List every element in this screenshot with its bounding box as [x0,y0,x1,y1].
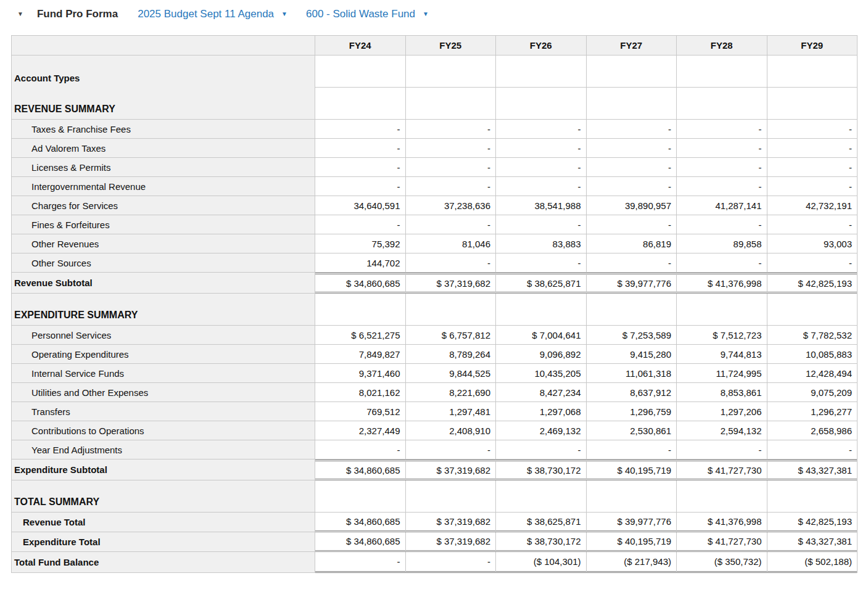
value-cell-fy28: 11,724,995 [677,364,767,383]
row-label: Contributions to Operations [12,421,315,440]
value-cell-fy29: 2,658,986 [767,421,858,440]
value-cell-fy24: 144,702 [315,253,406,273]
row-label: Operating Expenditures [12,345,315,364]
budget-dropdown[interactable]: 2025 Budget Sept 11 Agenda ▼ [138,8,287,20]
value-cell-fy25: - [406,139,497,158]
value-cell-fy26: $ 38,730,172 [496,532,587,552]
value-cell-fy24: 34,640,591 [315,196,406,215]
table-row: Contributions to Operations2,327,4492,40… [12,421,857,440]
value-cell-fy29: - [767,215,858,234]
value-cell-fy27: 11,061,318 [587,364,677,383]
empty-cell [587,480,677,513]
row-label: Ad Valorem Taxes [12,139,315,158]
table-row: Revenue Subtotal$ 34,860,685$ 37,319,682… [12,273,857,294]
value-cell-fy29: 93,003 [767,234,858,253]
chevron-down-icon: ▼ [281,11,287,17]
value-cell-fy24: 2,327,449 [315,421,406,440]
value-cell-fy26: - [496,139,587,158]
table-header-row: FY24FY25FY26FY27FY28FY29 [12,36,857,56]
table-row: Charges for Services34,640,59137,238,636… [12,196,857,215]
value-cell-fy29: - [767,158,858,177]
value-cell-fy24: 8,021,162 [315,383,406,402]
value-cell-fy28: 41,287,141 [677,196,767,215]
value-cell-fy27: ($ 217,943) [587,552,677,573]
column-header-fy26: FY26 [496,36,587,56]
table-row: Ad Valorem Taxes------ [12,139,857,158]
value-cell-fy25: - [406,253,497,273]
row-label: Intergovernmental Revenue [12,177,315,196]
empty-cell [406,294,497,326]
value-cell-fy26: - [496,177,587,196]
empty-cell [587,294,677,326]
value-cell-fy29: $ 7,782,532 [767,326,858,345]
row-label: Revenue Total [12,513,315,532]
value-cell-fy28: 8,853,861 [677,383,767,402]
value-cell-fy28: - [677,158,767,177]
value-cell-fy29: - [767,120,858,139]
value-cell-fy25: 37,238,636 [406,196,497,215]
collapse-caret-icon[interactable]: ▼ [17,11,23,17]
fund-pro-forma-table: FY24FY25FY26FY27FY28FY29Account TypesREV… [11,35,858,573]
value-cell-fy25: - [406,158,497,177]
table-row: Fines & Forfeitures------ [12,215,857,234]
row-label: Other Revenues [12,234,315,253]
table-row: Expenditure Total$ 34,860,685$ 37,319,68… [12,532,857,552]
value-cell-fy29: 10,085,883 [767,345,858,364]
value-cell-fy27: $ 40,195,719 [587,532,677,552]
value-cell-fy25: 8,789,264 [406,345,497,364]
value-cell-fy25: - [406,120,497,139]
value-cell-fy26: - [496,120,587,139]
fund-dropdown[interactable]: 600 - Solid Waste Fund ▼ [306,8,429,20]
value-cell-fy29: 1,296,277 [767,402,858,421]
row-label: Licenses & Permits [12,158,315,177]
value-cell-fy25: 2,408,910 [406,421,497,440]
report-toolbar: ▼ Fund Pro Forma 2025 Budget Sept 11 Age… [17,5,447,23]
budget-dropdown-label: 2025 Budget Sept 11 Agenda [138,8,274,20]
row-label: Expenditure Subtotal [12,459,315,480]
section-label: TOTAL SUMMARY [12,480,315,513]
value-cell-fy24: 9,371,460 [315,364,406,383]
value-cell-fy24: - [315,215,406,234]
value-cell-fy28: $ 41,727,730 [677,532,767,552]
value-cell-fy29: - [767,253,858,273]
value-cell-fy27: - [587,158,677,177]
value-cell-fy27: - [587,139,677,158]
value-cell-fy29: $ 42,825,193 [767,513,858,532]
value-cell-fy27: $ 7,253,589 [587,326,677,345]
value-cell-fy26: 38,541,988 [496,196,587,215]
value-cell-fy28: $ 41,376,998 [677,273,767,294]
value-cell-fy26: 1,297,068 [496,402,587,421]
empty-cell [406,480,497,513]
empty-cell [677,480,767,513]
value-cell-fy25: $ 37,319,682 [406,459,497,480]
empty-cell [587,56,677,88]
table-row: Intergovernmental Revenue------ [12,177,857,196]
value-cell-fy27: $ 39,977,776 [587,273,677,294]
table-row: Total Fund Balance--($ 104,301)($ 217,94… [12,552,857,573]
value-cell-fy28: - [677,215,767,234]
value-cell-fy24: - [315,440,406,459]
value-cell-fy26: $ 7,004,641 [496,326,587,345]
value-cell-fy28: 89,858 [677,234,767,253]
value-cell-fy28: $ 41,376,998 [677,513,767,532]
value-cell-fy29: ($ 502,188) [767,552,858,573]
value-cell-fy25: 1,297,481 [406,402,497,421]
value-cell-fy24: 769,512 [315,402,406,421]
column-header-fy28: FY28 [677,36,767,56]
empty-cell [767,56,858,88]
value-cell-fy28: - [677,440,767,459]
section-band-row: EXPENDITURE SUMMARY [12,294,857,326]
empty-cell [315,480,406,513]
row-label: Taxes & Franchise Fees [12,120,315,139]
fund-dropdown-label: 600 - Solid Waste Fund [306,8,415,20]
value-cell-fy24: - [315,177,406,196]
value-cell-fy25: - [406,177,497,196]
value-cell-fy25: $ 6,757,812 [406,326,497,345]
chevron-down-icon: ▼ [423,11,429,17]
value-cell-fy27: - [587,215,677,234]
value-cell-fy24: $ 34,860,685 [315,513,406,532]
value-cell-fy28: 2,594,132 [677,421,767,440]
value-cell-fy25: $ 37,319,682 [406,532,497,552]
value-cell-fy29: - [767,440,858,459]
value-cell-fy27: 1,296,759 [587,402,677,421]
